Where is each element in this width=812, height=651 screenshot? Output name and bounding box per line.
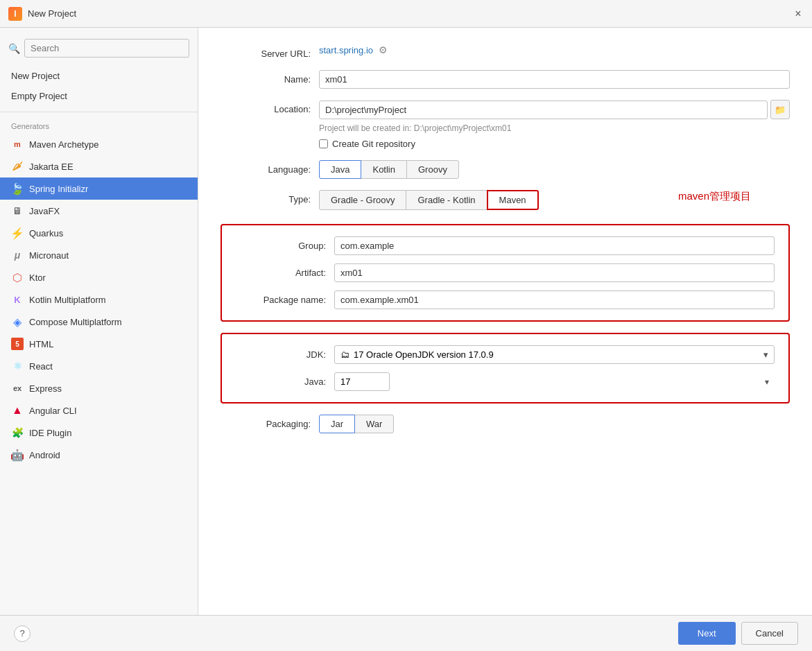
- sidebar-item-maven-archetype[interactable]: m Maven Archetype: [0, 133, 198, 155]
- sidebar-item-react[interactable]: ⚛ React: [0, 355, 198, 377]
- language-btn-group: Java Kotlin Groovy: [319, 160, 790, 179]
- express-icon: ex: [11, 382, 24, 394]
- java-label: Java:: [236, 372, 326, 387]
- package-name-input[interactable]: [334, 290, 775, 309]
- sidebar-label-ktor: Ktor: [29, 272, 46, 283]
- title-bar: I New Project ×: [0, 0, 812, 28]
- sidebar-label-jakarta-ee: Jakarta EE: [29, 162, 74, 172]
- compose-icon: ◈: [11, 315, 24, 328]
- ide-icon: 🧩: [11, 426, 24, 439]
- language-groovy-btn[interactable]: Groovy: [406, 160, 459, 179]
- name-input[interactable]: [319, 70, 790, 89]
- java-control: 8 11 17 21: [334, 372, 775, 391]
- sidebar-item-ide-plugin[interactable]: 🧩 IDE Plugin: [0, 422, 198, 444]
- package-name-row: Package name:: [236, 290, 775, 309]
- sidebar-label-quarkus: Quarkus: [29, 228, 63, 238]
- java-row: Java: 8 11 17 21: [236, 372, 775, 391]
- git-repo-row: Create Git repository: [319, 139, 790, 149]
- search-icon: 🔍: [8, 43, 20, 54]
- git-repo-checkbox[interactable]: [319, 139, 328, 148]
- packaging-jar-btn[interactable]: Jar: [319, 415, 355, 433]
- search-input[interactable]: [24, 39, 189, 58]
- type-label: Type:: [221, 190, 311, 205]
- window-title: New Project: [28, 8, 787, 19]
- language-java-btn[interactable]: Java: [319, 160, 361, 179]
- name-control: [319, 70, 790, 89]
- package-name-control: [334, 290, 775, 309]
- type-maven-btn[interactable]: Maven: [487, 190, 539, 210]
- sidebar-item-ktor[interactable]: ⬡ Ktor: [0, 266, 198, 288]
- sidebar-item-javafx[interactable]: 🖥 JavaFX: [0, 200, 198, 222]
- sidebar-label-maven-archetype: Maven Archetype: [29, 139, 98, 150]
- help-button[interactable]: ?: [14, 625, 31, 642]
- search-bar[interactable]: 🔍: [0, 33, 198, 63]
- type-row: Type: Gradle - Groovy Gradle - Kotlin Ma…: [221, 190, 790, 210]
- basic-info-box: 项目结构的基本信息 Group: Artifact: Package name:: [221, 224, 790, 322]
- language-label: Language:: [221, 160, 311, 175]
- browse-button[interactable]: 📁: [770, 100, 790, 119]
- language-row: Language: Java Kotlin Groovy: [221, 160, 790, 179]
- sidebar-label-android: Android: [29, 450, 60, 460]
- packaging-war-btn[interactable]: War: [354, 415, 394, 433]
- location-row: Location: 📁 Project will be created in: …: [221, 100, 790, 149]
- java-select[interactable]: 8 11 17 21: [334, 372, 390, 391]
- maven-annotation: maven管理项目: [678, 190, 751, 203]
- artifact-row: Artifact:: [236, 263, 775, 282]
- location-input[interactable]: [319, 101, 768, 119]
- sidebar-item-express[interactable]: ex Express: [0, 377, 198, 399]
- bottom-left: ?: [14, 625, 31, 642]
- sidebar-item-micronaut[interactable]: μ Micronaut: [0, 244, 198, 266]
- artifact-label: Artifact:: [236, 263, 326, 278]
- server-url-inner: start.spring.io ⚙: [319, 44, 790, 55]
- close-button[interactable]: ×: [793, 8, 804, 19]
- sidebar-item-spring-initializr[interactable]: 🍃 Spring Initializr: [0, 177, 198, 200]
- jdk-label: JDK:: [236, 345, 326, 360]
- react-icon: ⚛: [11, 360, 24, 372]
- language-control: Java Kotlin Groovy: [319, 160, 790, 179]
- main-content: 🔍 New Project Empty Project Generators m…: [0, 28, 812, 615]
- quarkus-icon: ⚡: [11, 227, 24, 239]
- server-url-link[interactable]: start.spring.io: [319, 45, 373, 55]
- group-input[interactable]: [334, 236, 775, 255]
- sidebar-label-html: HTML: [29, 339, 53, 349]
- type-gradle-kotlin-btn[interactable]: Gradle - Kotlin: [406, 190, 487, 210]
- jdk-row: JDK: 🗂 17 Oracle OpenJDK version 17.0.9 …: [236, 345, 775, 364]
- packaging-btn-group: Jar War: [319, 415, 790, 433]
- packaging-control: Jar War: [319, 415, 790, 433]
- gear-icon[interactable]: ⚙: [379, 44, 388, 55]
- location-hint: Project will be created in: D:\project\m…: [319, 122, 790, 133]
- sidebar-item-android[interactable]: 🤖 Android: [0, 444, 198, 466]
- git-repo-label[interactable]: Create Git repository: [332, 139, 415, 149]
- sidebar-item-angular-cli[interactable]: ▲ Angular CLI: [0, 399, 198, 422]
- html-icon: 5: [11, 338, 24, 350]
- right-panel: Server URL: start.spring.io ⚙ Name: Loca…: [198, 28, 812, 615]
- sidebar-item-html[interactable]: 5 HTML: [0, 333, 198, 355]
- artifact-input[interactable]: [334, 263, 775, 282]
- sidebar-item-empty-project[interactable]: Empty Project: [0, 86, 198, 106]
- server-url-control: start.spring.io ⚙: [319, 44, 790, 55]
- type-gradle-groovy-btn[interactable]: Gradle - Groovy: [319, 190, 406, 210]
- sidebar-label-kotlin-multiplatform: Kotlin Multiplatform: [29, 295, 106, 305]
- generators-label: Generators: [0, 115, 198, 133]
- next-button[interactable]: Next: [678, 622, 736, 645]
- group-row: Group:: [236, 236, 775, 255]
- jdk-select[interactable]: 🗂 17 Oracle OpenJDK version 17.0.9 ▾: [334, 345, 775, 364]
- ktor-icon: ⬡: [11, 271, 24, 284]
- divider: [0, 112, 198, 112]
- language-kotlin-btn[interactable]: Kotlin: [361, 160, 407, 179]
- sidebar-label-micronaut: Micronaut: [29, 250, 69, 261]
- packaging-label: Packaging:: [221, 415, 311, 429]
- cancel-button[interactable]: Cancel: [741, 622, 798, 645]
- sidebar-item-compose-multiplatform[interactable]: ◈ Compose Multiplatform: [0, 311, 198, 333]
- bottom-bar: ? Next Cancel: [0, 615, 812, 651]
- sidebar-item-kotlin-multiplatform[interactable]: K Kotlin Multiplatform: [0, 288, 198, 311]
- name-row: Name:: [221, 70, 790, 89]
- sidebar-label-compose-multiplatform: Compose Multiplatform: [29, 317, 122, 327]
- packaging-row: Packaging: Jar War: [221, 415, 790, 433]
- android-icon: 🤖: [11, 449, 24, 461]
- sidebar-item-jakarta-ee[interactable]: 🌶 Jakarta EE: [0, 155, 198, 177]
- server-url-row: Server URL: start.spring.io ⚙: [221, 44, 790, 59]
- spring-icon: 🍃: [11, 182, 24, 195]
- sidebar-item-new-project[interactable]: New Project: [0, 66, 198, 86]
- sidebar-item-quarkus[interactable]: ⚡ Quarkus: [0, 222, 198, 244]
